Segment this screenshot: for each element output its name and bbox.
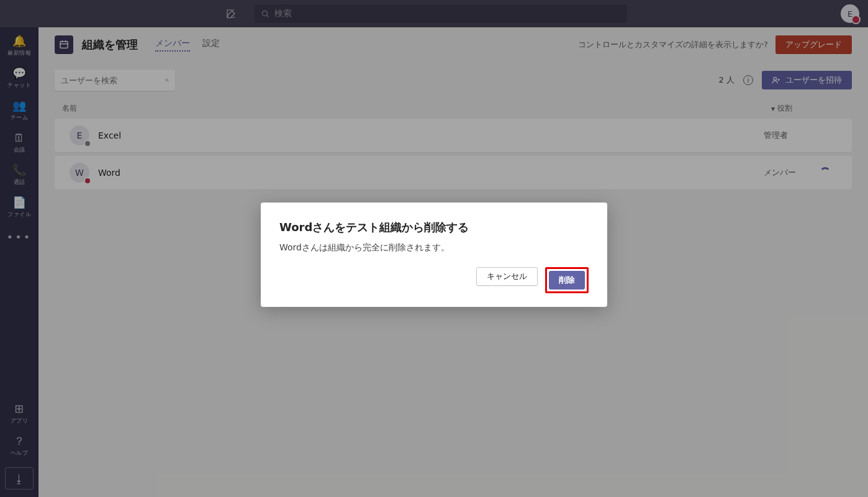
- delete-button[interactable]: 削除: [549, 271, 585, 290]
- cancel-button[interactable]: キャンセル: [476, 267, 538, 286]
- dialog-actions: キャンセル 削除: [279, 267, 589, 293]
- dialog-title: Wordさんをテスト組織から削除する: [279, 220, 589, 235]
- remove-user-dialog: Wordさんをテスト組織から削除する Wordさんは組織から完全に削除されます。…: [261, 203, 607, 307]
- highlight-annotation: 削除: [545, 267, 589, 293]
- dialog-body: Wordさんは組織から完全に削除されます。: [279, 242, 589, 253]
